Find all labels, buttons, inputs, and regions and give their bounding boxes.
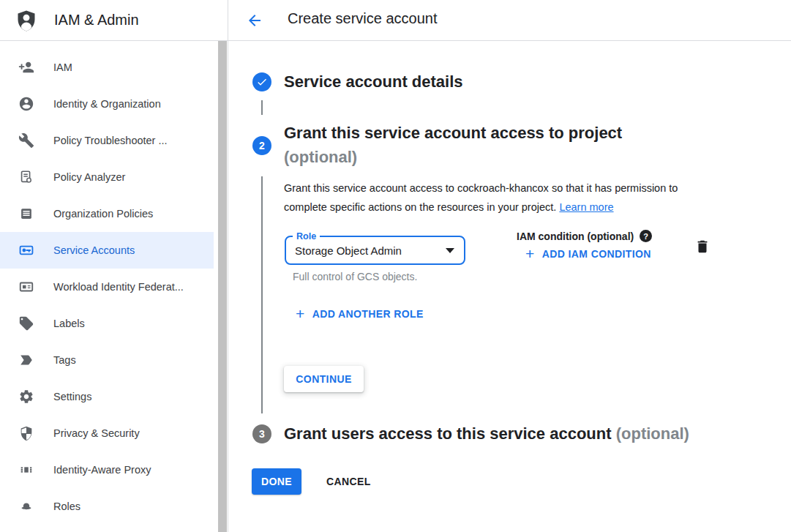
back-arrow-button[interactable] bbox=[244, 10, 265, 31]
sidebar-item-tags[interactable]: Tags bbox=[0, 342, 214, 378]
continue-button[interactable]: CONTINUE bbox=[284, 366, 364, 392]
cancel-button[interactable]: CANCEL bbox=[315, 468, 383, 495]
product-title: IAM & Admin bbox=[54, 12, 139, 29]
step2-description: Grant this service account access to coc… bbox=[284, 179, 723, 217]
sidebar-item-label: Policy Troubleshooter ... bbox=[53, 135, 168, 146]
page-header: Create service account bbox=[228, 0, 791, 40]
identity-card-icon bbox=[18, 278, 35, 296]
sidebar-item-roles[interactable]: Roles bbox=[0, 488, 214, 525]
service-account-key-icon bbox=[18, 241, 35, 259]
person-add-icon bbox=[18, 59, 35, 76]
hat-icon bbox=[18, 498, 35, 515]
sidebar-item-label: IAM bbox=[53, 61, 72, 73]
sidebar-item-label: Service Accounts bbox=[53, 244, 135, 256]
add-iam-condition-button[interactable]: + ADD IAM CONDITION bbox=[525, 247, 651, 261]
step3-title-text: Grant users access to this service accou… bbox=[284, 424, 612, 443]
step2-optional-label: (optional) bbox=[284, 148, 357, 166]
product-header: IAM & Admin bbox=[0, 0, 228, 40]
learn-more-link[interactable]: Learn more bbox=[559, 201, 613, 213]
sidebar-item-policy-troubleshooter[interactable]: Policy Troubleshooter ... bbox=[0, 122, 214, 159]
add-iam-condition-label: ADD IAM CONDITION bbox=[542, 248, 651, 260]
sidebar-item-label: Identity-Aware Proxy bbox=[53, 464, 151, 476]
check-icon bbox=[256, 76, 268, 88]
sidebar-item-policy-analyzer[interactable]: Policy Analyzer bbox=[0, 159, 214, 195]
step1-completed-indicator bbox=[252, 72, 271, 91]
gear-icon bbox=[18, 388, 35, 405]
sidebar-item-label: Tags bbox=[53, 354, 76, 366]
page-title: Create service account bbox=[288, 10, 438, 27]
sidebar-item-label: Labels bbox=[53, 318, 85, 329]
plus-icon: + bbox=[296, 307, 305, 321]
tag-arrow-icon bbox=[18, 351, 35, 369]
sidebar-item-service-accounts[interactable]: Service Accounts bbox=[0, 232, 214, 269]
sidebar-item-label: Identity & Organization bbox=[53, 98, 161, 110]
document-lines-icon bbox=[18, 205, 35, 222]
back-arrow-icon bbox=[246, 12, 263, 29]
step2-title-text: Grant this service account access to pro… bbox=[284, 124, 622, 142]
proxy-grid-icon bbox=[18, 461, 35, 479]
sidebar-nav: IAMIdentity & OrganizationPolicy Trouble… bbox=[0, 41, 228, 532]
iam-admin-shield-icon bbox=[15, 9, 38, 32]
main-content: Service account details 2 Grant this ser… bbox=[228, 41, 791, 532]
iam-condition-header: IAM condition (optional) ? bbox=[517, 230, 652, 242]
done-button[interactable]: DONE bbox=[252, 468, 301, 495]
step2-number: 2 bbox=[259, 140, 265, 151]
dropdown-caret-icon bbox=[446, 248, 454, 253]
iam-condition-label: IAM condition (optional) bbox=[517, 231, 634, 242]
step2-content-guide-line bbox=[261, 176, 263, 413]
sidebar-item-label: Organization Policies bbox=[53, 208, 153, 220]
sidebar-item-iam[interactable]: IAM bbox=[0, 49, 214, 86]
sidebar-scrollbar-thumb[interactable] bbox=[218, 41, 227, 532]
sidebar-item-label: Roles bbox=[53, 501, 80, 512]
step3-number: 3 bbox=[259, 428, 265, 440]
step1-title: Service account details bbox=[284, 70, 463, 94]
step2-title: Grant this service account access to pro… bbox=[284, 121, 622, 169]
step3-title: Grant users access to this service accou… bbox=[284, 422, 689, 446]
sidebar-item-privacy-security[interactable]: Privacy & Security bbox=[0, 415, 214, 452]
sidebar-scrollbar[interactable] bbox=[218, 41, 227, 532]
sidebar-item-label: Settings bbox=[53, 391, 91, 402]
add-another-role-button[interactable]: + ADD ANOTHER ROLE bbox=[296, 307, 424, 321]
plus-icon: + bbox=[525, 247, 535, 261]
sidebar-item-label: Privacy & Security bbox=[53, 427, 140, 439]
policy-analyzer-icon bbox=[18, 168, 35, 186]
sidebar-item-identity-organization[interactable]: Identity & Organization bbox=[0, 86, 214, 122]
sidebar-item-label: Workload Identity Federat... bbox=[53, 281, 184, 293]
wrench-icon bbox=[18, 132, 35, 149]
step3-optional-label: (optional) bbox=[616, 424, 689, 443]
sidebar-item-organization-policies[interactable]: Organization Policies bbox=[0, 195, 214, 232]
account-circle-icon bbox=[18, 95, 35, 113]
help-icon[interactable]: ? bbox=[640, 230, 652, 242]
label-tag-icon bbox=[18, 315, 35, 332]
step-connector-line bbox=[261, 100, 263, 115]
role-select[interactable]: Role Storage Object Admin bbox=[285, 236, 465, 265]
trash-icon bbox=[694, 239, 711, 255]
sidebar-item-settings[interactable]: Settings bbox=[0, 378, 214, 415]
sidebar-item-workload-identity-federat[interactable]: Workload Identity Federat... bbox=[0, 269, 214, 305]
delete-role-button[interactable] bbox=[694, 238, 711, 257]
sidebar-item-labels[interactable]: Labels bbox=[0, 305, 214, 342]
step3-indicator: 3 bbox=[252, 424, 271, 443]
sidebar-item-identity-aware-proxy[interactable]: Identity-Aware Proxy bbox=[0, 452, 214, 488]
app-header: IAM & Admin Create service account bbox=[0, 0, 791, 41]
shield-half-icon bbox=[18, 424, 35, 442]
step2-description-text: Grant this service account access to coc… bbox=[284, 182, 678, 213]
role-helper-text: Full control of GCS objects. bbox=[293, 271, 417, 282]
sidebar-item-label: Policy Analyzer bbox=[53, 171, 125, 183]
role-selected-value: Storage Object Admin bbox=[295, 237, 402, 263]
step2-indicator: 2 bbox=[252, 136, 271, 155]
add-another-role-label: ADD ANOTHER ROLE bbox=[312, 308, 424, 320]
